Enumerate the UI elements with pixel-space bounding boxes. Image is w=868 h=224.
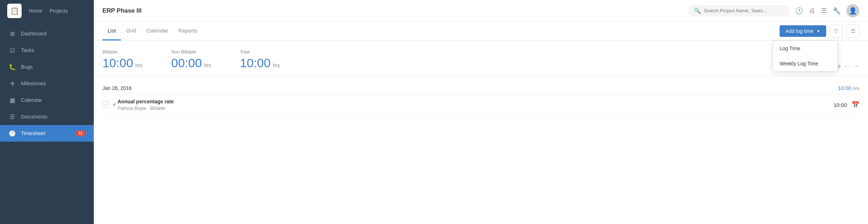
next-week-button[interactable]: →: [853, 63, 859, 70]
time-entries: Jan 26, 2016 10:00hrs ✔ ✔ Annual percent…: [94, 76, 868, 224]
checkbox-icon: ✔: [104, 102, 108, 107]
tasks-icon: ☑: [9, 47, 16, 54]
tabs-bar: List Grid Calendar Reports Add log time …: [94, 22, 868, 40]
tab-calendar[interactable]: Calendar: [141, 22, 174, 40]
timesheet-badge: 71: [76, 130, 85, 136]
stat-total: Total 10:00 hrs: [240, 49, 280, 70]
sidebar-item-timesheet[interactable]: 🕐 Timesheet 71: [0, 125, 94, 142]
calendar-entry-icon[interactable]: 📅: [851, 101, 859, 109]
stat-billable: Billable 10:00 hrs: [102, 49, 143, 70]
entry-total: 10:00hrs: [838, 85, 859, 91]
header-icons: 🕐 🖨 ☰ 🔧 👤: [795, 4, 859, 17]
stats-row: Billable 10:00 hrs Non Billable 00:00 hr…: [94, 40, 868, 76]
app-logo: 📋: [7, 4, 22, 18]
search-input[interactable]: [704, 8, 776, 13]
timesheet-icon: 🕐: [9, 130, 16, 137]
more-options-button[interactable]: ☰: [846, 25, 859, 38]
avatar[interactable]: 👤: [846, 4, 859, 17]
sidebar-label-dashboard: Dashboard: [21, 31, 47, 36]
add-log-dropdown: Log Time Weekly Log Time: [773, 40, 838, 72]
sidebar-label-bugs: Bugs: [21, 64, 33, 70]
sidebar-item-dashboard[interactable]: ⊞ Dashboard: [0, 25, 94, 42]
bugs-icon: 🐛: [9, 63, 16, 70]
settings-icon[interactable]: 🔧: [833, 7, 841, 15]
total-value: 10:00 hrs: [240, 56, 280, 70]
dropdown-weekly-log-time[interactable]: Weekly Log Time: [773, 56, 837, 71]
header: ERP Phase III 🔍 🕐 🖨 ☰ 🔧 👤: [94, 0, 868, 22]
add-log-time-label: Add log time: [785, 28, 814, 34]
filter-button[interactable]: ▽: [830, 25, 843, 38]
billable-value: 10:00 hrs: [102, 56, 143, 70]
main-content: ERP Phase III 🔍 🕐 🖨 ☰ 🔧 👤 List Grid Cale…: [94, 0, 868, 224]
add-log-time-button[interactable]: Add log time ▼: [780, 25, 826, 37]
prev-week-button[interactable]: ←: [843, 63, 850, 70]
task-checkbox[interactable]: ✔: [102, 102, 109, 108]
tab-list[interactable]: List: [102, 22, 121, 40]
list-icon[interactable]: ☰: [821, 7, 827, 15]
nav-home[interactable]: Home: [29, 8, 42, 14]
task-meta: Patricia Boyle · Billable: [118, 105, 174, 111]
table-row: ✔ ✔ Annual percentage rate Patricia Boyl…: [102, 94, 859, 116]
task-info: Annual percentage rate Patricia Boyle · …: [118, 99, 174, 111]
sidebar-label-calendar: Calendar: [21, 97, 42, 103]
sidebar-item-bugs[interactable]: 🐛 Bugs: [0, 59, 94, 75]
date-group: Jan 26, 2016 10:00hrs: [102, 82, 859, 94]
tab-reports[interactable]: Reports: [174, 22, 203, 40]
top-nav: 📋 Home Projects: [0, 0, 94, 22]
task-check-icon: ✔: [113, 102, 116, 107]
filter-icon: ▽: [834, 28, 838, 34]
search-bar[interactable]: 🔍: [688, 5, 789, 17]
sidebar-item-calendar[interactable]: ▦ Calendar: [0, 92, 94, 108]
sidebar-menu: ⊞ Dashboard ☑ Tasks 🐛 Bugs ✛ Milestones …: [0, 22, 94, 224]
print-icon[interactable]: 🖨: [809, 7, 815, 14]
milestones-icon: ✛: [9, 80, 16, 87]
billable-label: Billable: [102, 49, 143, 55]
search-icon: 🔍: [694, 8, 701, 14]
dashboard-icon: ⊞: [9, 30, 16, 37]
sidebar-label-tasks: Tasks: [21, 47, 34, 53]
caret-down-icon: ▼: [816, 29, 820, 33]
sidebar-label-documents: Documents: [21, 114, 47, 120]
non-billable-value: 00:00 hrs: [171, 56, 211, 70]
dropdown-log-time[interactable]: Log Time: [773, 41, 837, 56]
sidebar-label-timesheet: Timesheet: [21, 130, 45, 136]
sidebar: 📋 Home Projects ⊞ Dashboard ☑ Tasks 🐛 Bu…: [0, 0, 94, 224]
calendar-icon: ▦: [9, 96, 16, 104]
sidebar-item-milestones[interactable]: ✛ Milestones: [0, 75, 94, 92]
task-name: Annual percentage rate: [118, 99, 174, 104]
stat-non-billable: Non Billable 00:00 hrs: [171, 49, 211, 70]
page-title: ERP Phase III: [102, 7, 683, 14]
total-label: Total: [240, 49, 280, 55]
menu-icon: ☰: [851, 28, 855, 34]
sidebar-label-milestones: Milestones: [21, 81, 46, 86]
tab-grid[interactable]: Grid: [121, 22, 141, 40]
entry-date: Jan 26, 2016: [102, 85, 132, 91]
nav-projects[interactable]: Projects: [49, 8, 68, 14]
tab-actions: Add log time ▼ Log Time Weekly Log Time …: [780, 25, 859, 38]
task-time: 10:00: [833, 102, 847, 108]
clock-icon[interactable]: 🕐: [795, 7, 803, 15]
non-billable-label: Non Billable: [171, 49, 211, 55]
sidebar-item-tasks[interactable]: ☑ Tasks: [0, 42, 94, 59]
documents-icon: ☰: [9, 113, 16, 120]
sidebar-item-documents[interactable]: ☰ Documents: [0, 108, 94, 125]
